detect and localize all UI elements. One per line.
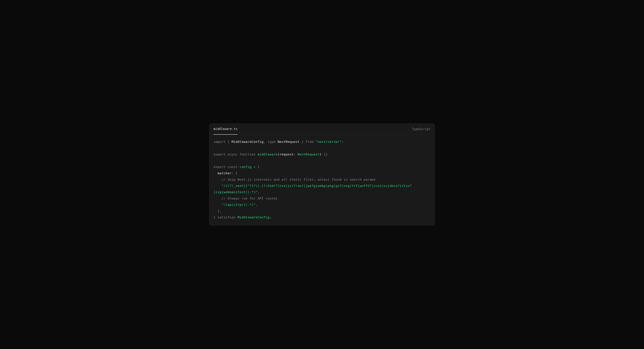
keyword-import: import (214, 140, 226, 144)
file-tab[interactable]: middleware.ts (214, 123, 238, 135)
indent (214, 203, 222, 207)
indent (214, 184, 222, 188)
space (238, 165, 240, 169)
semicolon: ; (342, 140, 344, 144)
comma: , (264, 140, 268, 144)
type-annotation: MiddlewareConfig (238, 215, 270, 219)
indent (214, 197, 222, 200)
keyword-from: from (306, 140, 314, 144)
space (236, 215, 238, 219)
space (226, 152, 228, 156)
keyword-const: const (228, 165, 238, 169)
string-literal: "/(api|trpc)(.*)" (222, 203, 256, 207)
code-content[interactable]: import { MiddlewareConfig, type NextRequ… (209, 135, 435, 226)
space (216, 215, 217, 219)
string-literal: "/((?!_next|[^?]*\\.(?:html?|css|js(?!on… (214, 184, 412, 194)
comma: , (258, 190, 260, 194)
const-name: config (240, 165, 252, 169)
brace: { (258, 165, 260, 169)
type-annotation: NextRequest (298, 152, 320, 156)
comment: // Always run for API routes (222, 197, 278, 200)
indent (214, 171, 218, 175)
language-label: TypeScript (412, 127, 430, 131)
import-identifier: MiddlewareConfig (232, 140, 264, 144)
space (314, 140, 316, 144)
keyword-export: export (214, 152, 226, 156)
keyword-function: function (240, 152, 256, 156)
string-literal: "next/server" (316, 140, 342, 144)
import-identifier: NextRequest (278, 140, 300, 144)
colon: : (294, 152, 298, 156)
keyword-async: async (228, 152, 238, 156)
brace: } (300, 140, 306, 144)
paren: ( (278, 152, 280, 156)
brace: } (214, 215, 216, 219)
equals: = (252, 165, 258, 169)
code-block: middleware.ts TypeScript import { Middle… (209, 123, 435, 226)
keyword-export: export (214, 165, 226, 169)
property-key: matcher (218, 171, 232, 175)
space (226, 165, 228, 169)
code-header: middleware.ts TypeScript (209, 124, 435, 135)
indent (214, 178, 222, 181)
space (276, 140, 278, 144)
comma: , (256, 203, 258, 207)
param-name: request (280, 152, 294, 156)
comment: // Skip Next.js internals and all static… (222, 178, 376, 181)
bracket: ], (218, 209, 222, 213)
colon: : [ (232, 171, 238, 175)
brace: { (226, 140, 232, 144)
braces: {} (322, 152, 328, 156)
space (256, 152, 258, 156)
function-name: middleware (258, 152, 278, 156)
keyword-satisfies: satisfies (218, 215, 236, 219)
keyword-type: type (268, 140, 276, 144)
space (238, 152, 240, 156)
indent (214, 209, 218, 213)
semicolon: ; (270, 215, 272, 219)
paren: ) (320, 152, 322, 156)
